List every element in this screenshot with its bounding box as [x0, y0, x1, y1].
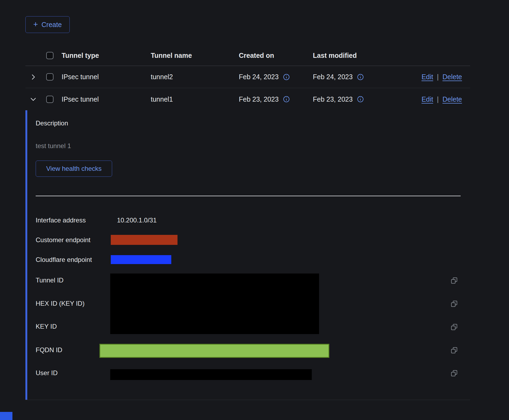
tunnel-type-cell: IPsec tunnel — [58, 73, 148, 81]
create-button[interactable]: + Create — [25, 16, 70, 33]
link-separator: | — [437, 73, 439, 81]
chevron-down-icon[interactable] — [29, 95, 37, 103]
user-id-redacted-value — [110, 369, 312, 380]
info-icon[interactable] — [283, 74, 290, 81]
last-modified-cell: Feb 24, 2023 — [310, 73, 413, 81]
created-on-cell: Feb 24, 2023 — [236, 73, 310, 81]
last-modified-value: Feb 23, 2023 — [313, 95, 353, 103]
fqdn-id-redacted-value — [99, 344, 329, 358]
row-select-cell — [41, 73, 58, 81]
last-modified-cell: Feb 23, 2023 — [310, 95, 413, 103]
interface-address-label: Interface address — [36, 216, 86, 224]
section-divider — [36, 196, 461, 196]
row-actions-cell: Edit | Delete — [413, 95, 470, 103]
column-header-last-modified: Last modified — [310, 52, 413, 59]
key-id-label: KEY ID — [36, 323, 57, 330]
copy-icon[interactable] — [451, 347, 458, 354]
expanded-row-indicator-bar — [25, 110, 27, 400]
tunnel-type-cell: IPsec tunnel — [58, 95, 148, 103]
tunnel1-expanded-panel: Description test tunnel 1 View health ch… — [25, 110, 470, 400]
user-id-label: User ID — [36, 369, 58, 377]
tunnel-id-label: Tunnel ID — [36, 276, 63, 284]
tunnel-name-cell: tunnel2 — [148, 73, 236, 81]
info-icon[interactable] — [283, 96, 290, 103]
table-row-tunnel1: IPsec tunnel tunnel1 Feb 23, 2023 Feb 23… — [25, 88, 470, 110]
created-on-value: Feb 24, 2023 — [239, 73, 279, 81]
copy-icon[interactable] — [451, 324, 458, 331]
view-health-checks-button[interactable]: View health checks — [36, 161, 112, 177]
copy-icon[interactable] — [451, 277, 458, 284]
edit-link[interactable]: Edit — [421, 73, 433, 81]
create-button-label: Create — [42, 21, 62, 29]
fqdn-id-label: FQDN ID — [36, 346, 62, 354]
customer-endpoint-redacted-value — [111, 235, 178, 245]
expander-cell — [25, 73, 41, 81]
tunnel-name-cell: tunnel1 — [148, 95, 236, 103]
column-header-tunnel-type: Tunnel type — [58, 52, 148, 59]
info-icon[interactable] — [357, 96, 364, 103]
link-separator: | — [437, 95, 439, 103]
table-row-tunnel2: IPsec tunnel tunnel2 Feb 24, 2023 Feb 24… — [25, 66, 470, 88]
column-header-created-on: Created on — [236, 52, 310, 59]
table-header-row: Tunnel type Tunnel name Created on Last … — [25, 45, 470, 66]
select-all-checkbox[interactable] — [46, 52, 53, 59]
cloudflare-endpoint-label: Cloudflare endpoint — [36, 256, 92, 264]
row-select-cell — [41, 96, 58, 103]
tunnel-id-hex-key-redacted-values — [110, 274, 319, 334]
delete-link[interactable]: Delete — [443, 95, 462, 103]
tunnels-page: + Create Tunnel type Tunnel name Created… — [0, 0, 509, 420]
row-actions-cell: Edit | Delete — [413, 73, 470, 81]
copy-icon[interactable] — [451, 370, 458, 377]
description-label: Description — [36, 119, 68, 127]
column-header-tunnel-name: Tunnel name — [148, 52, 236, 59]
description-value: test tunnel 1 — [36, 142, 71, 150]
expander-cell — [25, 95, 41, 103]
row-checkbox[interactable] — [46, 96, 53, 103]
edit-link[interactable]: Edit — [421, 95, 433, 103]
bottom-left-accent — [0, 412, 12, 420]
customer-endpoint-label: Customer endpoint — [36, 236, 91, 244]
row-checkbox[interactable] — [46, 73, 53, 81]
info-icon[interactable] — [357, 74, 364, 81]
tunnels-table: Tunnel type Tunnel name Created on Last … — [25, 45, 470, 110]
copy-icon[interactable] — [451, 300, 458, 307]
hex-id-label: HEX ID (KEY ID) — [36, 300, 85, 307]
last-modified-value: Feb 24, 2023 — [313, 73, 353, 81]
plus-icon: + — [33, 20, 38, 28]
chevron-right-icon[interactable] — [29, 73, 37, 81]
cloudflare-endpoint-redacted-value — [111, 255, 171, 264]
created-on-value: Feb 23, 2023 — [239, 95, 279, 103]
interface-address-value: 10.200.1.0/31 — [117, 216, 157, 224]
created-on-cell: Feb 23, 2023 — [236, 95, 310, 103]
select-all-cell — [41, 52, 58, 59]
delete-link[interactable]: Delete — [443, 73, 462, 81]
